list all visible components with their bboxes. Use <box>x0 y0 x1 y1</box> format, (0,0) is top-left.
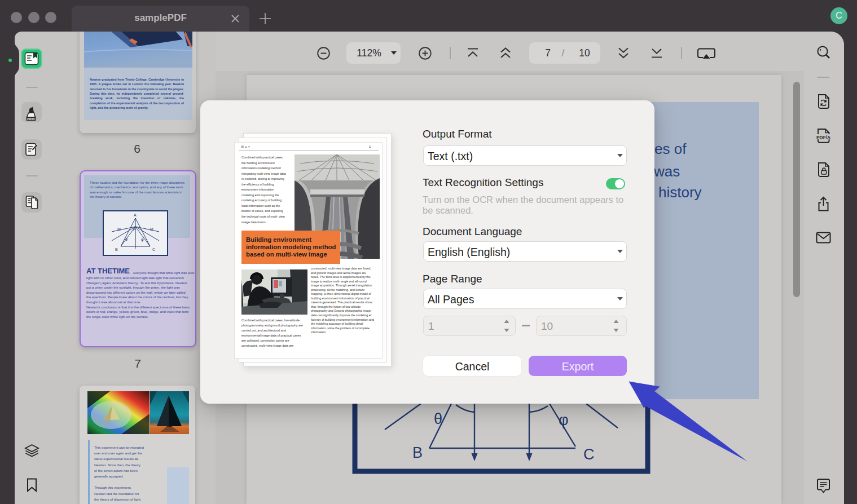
svg-text:A: A <box>134 213 137 217</box>
svg-text:φ: φ <box>559 412 569 428</box>
svg-text:C: C <box>583 446 595 463</box>
svg-text:C: C <box>152 247 155 251</box>
svg-text:B: B <box>412 444 423 461</box>
svg-text:β: β <box>133 227 135 231</box>
svg-text:M: M <box>117 227 121 231</box>
svg-text:B: B <box>115 247 118 251</box>
svg-text:φ: φ <box>141 237 144 242</box>
svg-text:PDF/A: PDF/A <box>816 135 830 140</box>
svg-text:θ: θ <box>434 410 442 427</box>
svg-text:θ: θ <box>125 237 128 241</box>
svg-text:M: M <box>150 227 153 231</box>
